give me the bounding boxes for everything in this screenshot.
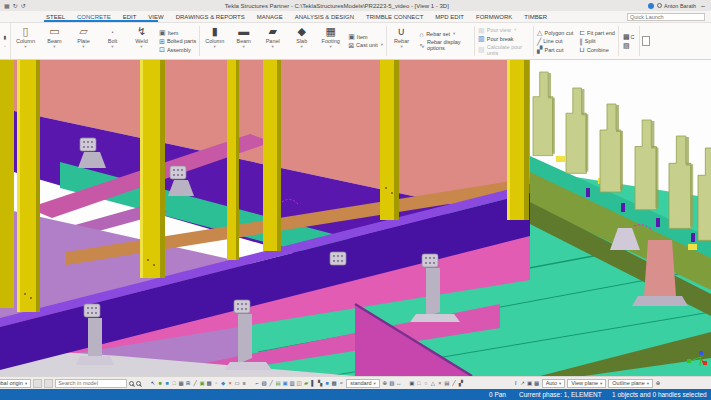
origin-dropdown[interactable]: Global origin bbox=[0, 379, 31, 388]
ribbon-row-button[interactable]: ∩ Rebar set bbox=[419, 31, 471, 38]
ribbon-row-button[interactable]: ▥ Pour break bbox=[478, 35, 530, 42]
ribbon-row-button[interactable]: ▣ Item bbox=[159, 29, 196, 36]
toolbar-icon[interactable]: ▧ bbox=[389, 379, 395, 388]
toolbar-icon[interactable]: ▚ bbox=[317, 379, 323, 388]
ribbon-tab[interactable]: DRAWINGS & REPORTS bbox=[170, 14, 251, 20]
app-icon[interactable]: ▦ bbox=[4, 3, 10, 9]
ribbon-button[interactable]: ∪ Rebar bbox=[387, 23, 416, 59]
undo-icon[interactable]: ↺ bbox=[21, 3, 26, 9]
toolbar-icon[interactable]: ⌐ bbox=[254, 379, 260, 388]
ribbon-row-button[interactable]: ╱ Line cut bbox=[537, 38, 573, 45]
ribbon-tab[interactable]: TRIMBLE CONNECT bbox=[360, 14, 429, 20]
toolbar-icon[interactable]: ○ bbox=[423, 379, 429, 388]
settings-icon[interactable]: ⊕ bbox=[655, 379, 661, 388]
toolbar-icon[interactable]: ⊞ bbox=[185, 379, 191, 388]
ribbon-edge-icon[interactable]: ▮ bbox=[4, 34, 7, 40]
user-menu[interactable]: Anton Barath bbox=[657, 3, 696, 9]
toolbar-icon[interactable]: ▫ bbox=[213, 379, 219, 388]
toolbar-icon[interactable]: ▣ bbox=[527, 379, 533, 388]
search-icon[interactable] bbox=[129, 381, 134, 386]
ribbon-row-button[interactable]: ⊞ Bolted parts bbox=[159, 38, 196, 45]
toolbar-icon[interactable]: I bbox=[513, 379, 519, 388]
view-plane-dropdown[interactable]: View plane bbox=[567, 379, 606, 388]
ribbon-button[interactable]: ▦ Footing bbox=[316, 23, 345, 59]
ribbon-button[interactable]: ▬ Beam bbox=[229, 23, 258, 59]
ribbon-button[interactable]: ▭ Beam bbox=[40, 23, 69, 59]
ribbon-row-button[interactable]: ▞ Part cut bbox=[537, 46, 573, 53]
toolbar-icon[interactable]: × bbox=[227, 379, 233, 388]
ribbon-tab[interactable]: MPD EDIT bbox=[429, 14, 470, 20]
toolbar-icon[interactable]: ▣ bbox=[282, 379, 288, 388]
ribbon-tab[interactable]: FORMWORK bbox=[470, 14, 518, 20]
ribbon-button[interactable]: ↯ Weld bbox=[127, 23, 156, 59]
toolbar-icon[interactable]: ▞ bbox=[458, 379, 464, 388]
toolbar-icon[interactable]: ≈ bbox=[338, 379, 344, 388]
toolbar-icon[interactable]: ▩ bbox=[206, 379, 212, 388]
toolbar-icon[interactable]: ▦ bbox=[534, 379, 540, 388]
ribbon-row-button[interactable]: ⊔ Combine bbox=[579, 46, 615, 53]
toolbar-icon[interactable]: ╱ bbox=[268, 379, 274, 388]
minimize-button[interactable]: – bbox=[699, 2, 707, 9]
plane-next-button[interactable] bbox=[44, 379, 53, 388]
toolbar-icon[interactable]: ◫ bbox=[296, 379, 302, 388]
ribbon-button[interactable]: ◆ Slab bbox=[287, 23, 316, 59]
toolbar-icon[interactable]: ■ bbox=[157, 379, 163, 388]
ribbon-tab[interactable]: TIMBER bbox=[518, 14, 553, 20]
ribbon-row-button[interactable]: ⊏ Fit part end bbox=[579, 29, 615, 36]
ribbon-row-button[interactable]: ⊠ Cast unit bbox=[348, 42, 383, 49]
ribbon-tab[interactable]: VIEW bbox=[142, 14, 169, 20]
toolbar-icon[interactable]: ╱ bbox=[451, 379, 457, 388]
toolbar-icon[interactable]: ▣ bbox=[409, 379, 415, 388]
toolbar-icon[interactable]: ▰ bbox=[303, 379, 309, 388]
toolbar-icon[interactable]: ↗ bbox=[520, 379, 526, 388]
toolbar-icon[interactable]: ▭ bbox=[234, 379, 240, 388]
model-search-input[interactable] bbox=[58, 380, 124, 386]
toolbar-icon[interactable]: ▌ bbox=[310, 379, 316, 388]
toolbar-icon[interactable]: ▥ bbox=[289, 379, 295, 388]
redo-icon[interactable]: ↻ bbox=[13, 3, 18, 9]
toolbar-icon[interactable]: △ bbox=[430, 379, 436, 388]
ribbon-tab[interactable]: MANAGE bbox=[251, 14, 289, 20]
ribbon-row-button[interactable]: ▧ Calculate pour units bbox=[478, 44, 530, 56]
toolbar-icon[interactable]: ▩ bbox=[331, 379, 337, 388]
toolbar-icon[interactable]: ■ bbox=[164, 379, 170, 388]
ribbon-row-button[interactable]: ⊡ Assembly bbox=[159, 46, 196, 53]
search-settings-icon[interactable] bbox=[136, 381, 141, 386]
component-button[interactable]: ▩ C bbox=[623, 33, 635, 40]
ribbon-row-button[interactable]: ▣ Item bbox=[348, 33, 383, 40]
ribbon-tab[interactable]: CONCRETE bbox=[71, 14, 117, 20]
ribbon-row-button[interactable]: ▤ Pour view bbox=[478, 27, 530, 34]
connection-plate[interactable] bbox=[330, 252, 346, 265]
toolbar-icon[interactable]: ↔ bbox=[396, 379, 402, 388]
ribbon-row-button[interactable]: ∿ Rebar display options bbox=[419, 39, 471, 51]
ribbon-row-button[interactable]: △ Polygon cut bbox=[537, 29, 573, 36]
connection-plate[interactable] bbox=[170, 166, 186, 179]
toolbar-icon[interactable]: ▨ bbox=[261, 379, 267, 388]
ribbon-row-button[interactable]: ∥ Split bbox=[579, 38, 615, 45]
ribbon-edge-icon[interactable]: ◦ bbox=[4, 43, 6, 49]
auto-dropdown[interactable]: Auto bbox=[542, 379, 566, 388]
toolbar-icon[interactable]: ■ bbox=[324, 379, 330, 388]
toolbar-icon[interactable]: □ bbox=[416, 379, 422, 388]
toolbar-icon[interactable]: ⊕ bbox=[382, 379, 388, 388]
ribbon-tab[interactable]: STEEL bbox=[40, 14, 71, 20]
ribbon-tab[interactable]: ANALYSIS & DESIGN bbox=[289, 14, 360, 20]
plane-prev-button[interactable] bbox=[33, 379, 42, 388]
connection-plate[interactable] bbox=[80, 138, 96, 151]
toolbar-icon[interactable]: ◆ bbox=[220, 379, 226, 388]
toolbar-icon[interactable]: ≡ bbox=[241, 379, 247, 388]
clipped-ribbon-button[interactable] bbox=[640, 23, 652, 59]
ribbon-button[interactable]: ▮ Column bbox=[200, 23, 229, 59]
toolbar-icon[interactable]: ▦ bbox=[178, 379, 184, 388]
component-button[interactable]: ▨ bbox=[623, 42, 635, 49]
ribbon-button[interactable]: ∙ Bolt bbox=[98, 23, 127, 59]
toolbar-icon[interactable]: ▤ bbox=[275, 379, 281, 388]
toolbar-icon[interactable]: □ bbox=[171, 379, 177, 388]
toolbar-icon[interactable]: ▣ bbox=[199, 379, 205, 388]
quick-launch-input[interactable] bbox=[627, 13, 705, 21]
ribbon-button[interactable]: ▰ Panel bbox=[258, 23, 287, 59]
ribbon-button[interactable]: ▯ Column bbox=[11, 23, 40, 59]
info-icon[interactable] bbox=[648, 3, 654, 9]
ribbon-tab[interactable]: EDIT bbox=[117, 14, 143, 20]
toolbar-icon[interactable]: ▤ bbox=[444, 379, 450, 388]
